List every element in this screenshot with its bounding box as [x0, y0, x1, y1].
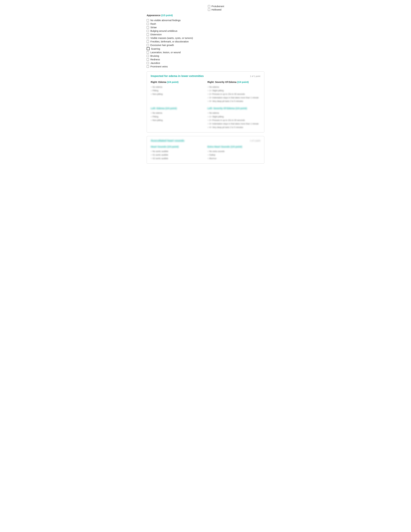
checkbox-laceration[interactable] — [147, 51, 149, 54]
checkbox-freckles[interactable] — [147, 40, 149, 43]
checkbox-scarring[interactable] — [147, 47, 149, 50]
protuberant-item[interactable]: Protuberant — [208, 5, 264, 8]
edema-bottom-row: Left: Edema (1/4 point) ○ No edema ○ Pit… — [151, 107, 260, 129]
edema-card: Inspected for edema in lower extremities… — [147, 71, 264, 133]
right-severity-points: (1/4 point) — [237, 81, 249, 83]
list-item[interactable]: Laceration, lesion, or wound — [147, 51, 264, 54]
edema-card-header: Inspected for edema in lower extremities… — [151, 75, 260, 78]
list-item[interactable]: Freckles, birthmark, or discoloration — [147, 40, 264, 43]
list-item[interactable]: Redness — [147, 58, 264, 61]
heart-sounds-heading: Heart Sounds (1/4 point) — [151, 145, 204, 148]
list-item[interactable]: Scarring — [147, 47, 264, 50]
edema-top-row: Right: Edema (1/4 point) ○ No edema ○ Pi… — [151, 81, 260, 103]
heart-sounds-col: Heart Sounds (1/4 point) ○ No aortic aud… — [151, 145, 204, 160]
list-item[interactable]: Visible masses (warts, cysts, or tumors) — [147, 37, 264, 39]
edema-card-title: Inspected for edema in lower extremities — [151, 75, 204, 78]
protuberant-label: Protuberant — [211, 5, 224, 8]
list-item[interactable]: Rash — [147, 22, 264, 25]
right-severity-heading: Right: Severity Of Edema (1/4 point) — [207, 81, 260, 83]
hollowed-item[interactable]: Hollowed — [208, 8, 264, 11]
protuberant-checkbox[interactable] — [208, 5, 210, 7]
extra-heart-sounds-col: Extra Heart Sounds (1/4 point) ○ No extr… — [207, 145, 260, 160]
heart-card: Auscultated heart sounds 1 of 1 point He… — [147, 136, 264, 164]
appearance-points: (1/3 point) — [161, 14, 173, 17]
checkbox-hair-growth[interactable] — [147, 44, 149, 46]
left-severity-heading: Left: Severity Of Edema (1/4 point) — [207, 107, 260, 110]
right-edema-heading: Right: Edema (1/4 point) — [151, 81, 204, 83]
heart-card-points: 1 of 1 point — [250, 139, 260, 142]
heart-sounds-options: ○ No aortic audible ○ S1 aortic audible … — [151, 150, 204, 160]
checkbox-visible-masses[interactable] — [147, 37, 149, 39]
list-item[interactable]: Jaundice — [147, 62, 264, 64]
checkbox-bruising[interactable] — [147, 55, 149, 57]
list-item[interactable]: No visible abnormal findings — [147, 19, 264, 22]
checkbox-prominent-veins[interactable] — [147, 66, 149, 68]
left-severity-options: ○ No edema ○ 1+ Slight pitting ○ 2+ Pres… — [207, 111, 260, 129]
left-severity-col: Left: Severity Of Edema (1/4 point) ○ No… — [207, 107, 260, 129]
left-edema-options: ○ No edema ○ Pitting ○ Non-pitting — [151, 111, 204, 122]
right-edema-options: ○ No edema ○ Pitting ○ Non-pitting — [151, 85, 204, 96]
top-checkboxes-section: Protuberant Hollowed — [208, 5, 264, 11]
checkbox-rash[interactable] — [147, 23, 149, 25]
checkbox-bulging[interactable] — [147, 30, 149, 32]
checkbox-jaundice[interactable] — [147, 62, 149, 64]
heart-sounds-row: Heart Sounds (1/4 point) ○ No aortic aud… — [151, 145, 260, 160]
list-item[interactable]: Bruising — [147, 55, 264, 57]
left-edema-col: Left: Edema (1/4 point) ○ No edema ○ Pit… — [151, 107, 204, 129]
left-edema-heading: Left: Edema (1/4 point) — [151, 107, 204, 110]
right-severity-col: Right: Severity Of Edema (1/4 point) ○ N… — [207, 81, 260, 103]
appearance-checklist: No visible abnormal findings Rash Striae… — [147, 19, 264, 68]
extra-heart-sounds-options: ○ No extra sounds ○ Gallop ○ Murmur — [207, 150, 260, 160]
appearance-heading: Appearance (1/3 point) — [147, 14, 264, 17]
list-item[interactable]: Prominent veins — [147, 65, 264, 68]
heart-card-title: Auscultated heart sounds — [151, 139, 184, 142]
list-item[interactable]: Excessive hair growth — [147, 44, 264, 47]
list-item[interactable]: Distension — [147, 33, 264, 36]
edema-card-points: 1 of 1 point — [250, 75, 260, 77]
right-edema-points: (1/4 point) — [167, 81, 178, 83]
list-item[interactable]: Bulging around umbilicus — [147, 29, 264, 32]
checkbox-redness[interactable] — [147, 58, 149, 61]
right-edema-col: Right: Edema (1/4 point) ○ No edema ○ Pi… — [151, 81, 204, 103]
hollowed-label: Hollowed — [211, 8, 222, 11]
heart-card-header: Auscultated heart sounds 1 of 1 point — [151, 139, 260, 142]
list-item[interactable]: Striae — [147, 26, 264, 29]
checkbox-distension[interactable] — [147, 33, 149, 36]
checkbox-no-visible[interactable] — [147, 19, 149, 21]
checkbox-striae[interactable] — [147, 26, 149, 28]
appearance-section: Appearance (1/3 point) No visible abnorm… — [147, 14, 264, 68]
hollowed-checkbox[interactable] — [208, 9, 210, 11]
extra-heart-sounds-heading: Extra Heart Sounds (1/4 point) — [207, 145, 260, 148]
right-severity-options: ○ No edema ○ 1+ Slight pitting ○ 2+ Pres… — [207, 85, 260, 103]
